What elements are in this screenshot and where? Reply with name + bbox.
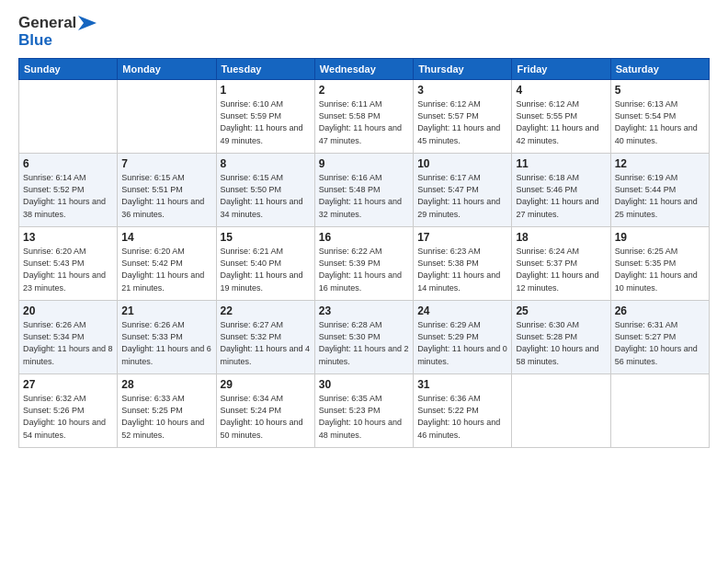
logo-text: General Blue [18, 15, 97, 49]
day-info: Sunrise: 6:21 AMSunset: 5:40 PMDaylight:… [221, 246, 311, 293]
day-number: 20 [23, 304, 113, 317]
day-number: 12 [615, 157, 705, 170]
calendar-cell: 26Sunrise: 6:31 AMSunset: 5:27 PMDayligh… [610, 301, 709, 374]
calendar-cell: 20Sunrise: 6:26 AMSunset: 5:34 PMDayligh… [19, 301, 118, 374]
day-number: 27 [23, 378, 113, 391]
day-number: 11 [516, 157, 606, 170]
day-number: 26 [615, 304, 705, 317]
day-info: Sunrise: 6:25 AMSunset: 5:35 PMDaylight:… [615, 246, 705, 293]
calendar-week-row: 13Sunrise: 6:20 AMSunset: 5:43 PMDayligh… [19, 227, 710, 301]
day-info: Sunrise: 6:22 AMSunset: 5:39 PMDaylight:… [319, 246, 409, 293]
day-info: Sunrise: 6:18 AMSunset: 5:46 PMDaylight:… [516, 172, 606, 220]
calendar-cell: 15Sunrise: 6:21 AMSunset: 5:40 PMDayligh… [216, 227, 314, 301]
calendar-cell: 11Sunrise: 6:18 AMSunset: 5:46 PMDayligh… [512, 154, 610, 227]
day-number: 8 [221, 157, 311, 170]
day-number: 2 [319, 84, 409, 97]
day-info: Sunrise: 6:26 AMSunset: 5:34 PMDaylight:… [23, 319, 113, 367]
day-number: 9 [319, 157, 409, 170]
day-info: Sunrise: 6:33 AMSunset: 5:25 PMDaylight:… [121, 393, 211, 441]
day-info: Sunrise: 6:34 AMSunset: 5:24 PMDaylight:… [221, 393, 311, 441]
calendar-cell: 19Sunrise: 6:25 AMSunset: 5:35 PMDayligh… [610, 227, 709, 301]
day-info: Sunrise: 6:31 AMSunset: 5:27 PMDaylight:… [615, 319, 705, 367]
day-info: Sunrise: 6:26 AMSunset: 5:33 PMDaylight:… [121, 319, 211, 367]
day-info: Sunrise: 6:35 AMSunset: 5:23 PMDaylight:… [319, 393, 409, 441]
svg-marker-0 [78, 16, 97, 30]
calendar-cell: 16Sunrise: 6:22 AMSunset: 5:39 PMDayligh… [314, 227, 413, 301]
day-info: Sunrise: 6:14 AMSunset: 5:52 PMDaylight:… [23, 172, 113, 220]
day-info: Sunrise: 6:11 AMSunset: 5:58 PMDaylight:… [319, 98, 409, 146]
calendar-cell: 18Sunrise: 6:24 AMSunset: 5:37 PMDayligh… [512, 227, 610, 301]
calendar-cell [118, 80, 216, 154]
calendar-cell: 27Sunrise: 6:32 AMSunset: 5:26 PMDayligh… [19, 374, 118, 448]
day-info: Sunrise: 6:36 AMSunset: 5:22 PMDaylight:… [417, 393, 507, 441]
day-number: 16 [319, 231, 409, 244]
day-number: 21 [121, 304, 211, 317]
day-info: Sunrise: 6:15 AMSunset: 5:51 PMDaylight:… [121, 172, 211, 220]
day-number: 4 [516, 84, 606, 97]
calendar-cell: 8Sunrise: 6:15 AMSunset: 5:50 PMDaylight… [216, 154, 314, 227]
day-info: Sunrise: 6:17 AMSunset: 5:47 PMDaylight:… [417, 172, 507, 220]
day-number: 25 [516, 304, 606, 317]
calendar-cell [19, 80, 118, 154]
weekday-saturday: Saturday [610, 59, 709, 80]
day-number: 1 [221, 84, 311, 97]
day-number: 14 [121, 231, 211, 244]
day-number: 29 [221, 378, 311, 391]
day-info: Sunrise: 6:27 AMSunset: 5:32 PMDaylight:… [221, 319, 311, 367]
calendar-week-row: 6Sunrise: 6:14 AMSunset: 5:52 PMDaylight… [19, 154, 710, 227]
calendar-cell: 23Sunrise: 6:28 AMSunset: 5:30 PMDayligh… [314, 301, 413, 374]
weekday-tuesday: Tuesday [216, 59, 314, 80]
day-number: 17 [417, 231, 507, 244]
day-info: Sunrise: 6:29 AMSunset: 5:29 PMDaylight:… [417, 319, 507, 367]
day-number: 23 [319, 304, 409, 317]
day-number: 10 [417, 157, 507, 170]
calendar-cell: 2Sunrise: 6:11 AMSunset: 5:58 PMDaylight… [314, 80, 413, 154]
day-number: 18 [516, 231, 606, 244]
day-info: Sunrise: 6:20 AMSunset: 5:42 PMDaylight:… [121, 246, 211, 293]
calendar-cell: 14Sunrise: 6:20 AMSunset: 5:42 PMDayligh… [118, 227, 216, 301]
calendar-cell: 30Sunrise: 6:35 AMSunset: 5:23 PMDayligh… [314, 374, 413, 448]
logo-arrow-icon [78, 16, 97, 30]
day-info: Sunrise: 6:12 AMSunset: 5:57 PMDaylight:… [417, 98, 507, 146]
calendar-cell: 12Sunrise: 6:19 AMSunset: 5:44 PMDayligh… [610, 154, 709, 227]
weekday-wednesday: Wednesday [314, 59, 413, 80]
day-info: Sunrise: 6:24 AMSunset: 5:37 PMDaylight:… [516, 246, 606, 293]
page: General Blue SundayMondayTuesdayWednesda… [0, 0, 728, 563]
day-info: Sunrise: 6:15 AMSunset: 5:50 PMDaylight:… [221, 172, 311, 220]
calendar-cell: 25Sunrise: 6:30 AMSunset: 5:28 PMDayligh… [512, 301, 610, 374]
day-number: 19 [615, 231, 705, 244]
logo: General Blue [18, 15, 97, 49]
weekday-thursday: Thursday [414, 59, 512, 80]
calendar-cell: 28Sunrise: 6:33 AMSunset: 5:25 PMDayligh… [118, 374, 216, 448]
calendar-table: SundayMondayTuesdayWednesdayThursdayFrid… [18, 58, 710, 448]
calendar-cell [610, 374, 709, 448]
calendar-cell: 5Sunrise: 6:13 AMSunset: 5:54 PMDaylight… [610, 80, 709, 154]
day-number: 15 [221, 231, 311, 244]
calendar-week-row: 27Sunrise: 6:32 AMSunset: 5:26 PMDayligh… [19, 374, 710, 448]
calendar-cell: 21Sunrise: 6:26 AMSunset: 5:33 PMDayligh… [118, 301, 216, 374]
day-number: 22 [221, 304, 311, 317]
day-info: Sunrise: 6:13 AMSunset: 5:54 PMDaylight:… [615, 98, 705, 146]
day-info: Sunrise: 6:30 AMSunset: 5:28 PMDaylight:… [516, 319, 606, 367]
calendar-cell: 3Sunrise: 6:12 AMSunset: 5:57 PMDaylight… [414, 80, 512, 154]
day-info: Sunrise: 6:10 AMSunset: 5:59 PMDaylight:… [221, 98, 311, 146]
calendar-cell: 10Sunrise: 6:17 AMSunset: 5:47 PMDayligh… [414, 154, 512, 227]
day-number: 6 [23, 157, 113, 170]
weekday-sunday: Sunday [19, 59, 118, 80]
day-number: 7 [121, 157, 211, 170]
day-info: Sunrise: 6:20 AMSunset: 5:43 PMDaylight:… [23, 246, 113, 293]
weekday-header-row: SundayMondayTuesdayWednesdayThursdayFrid… [19, 59, 710, 80]
day-info: Sunrise: 6:16 AMSunset: 5:48 PMDaylight:… [319, 172, 409, 220]
day-number: 13 [23, 231, 113, 244]
calendar-week-row: 20Sunrise: 6:26 AMSunset: 5:34 PMDayligh… [19, 301, 710, 374]
calendar-cell: 6Sunrise: 6:14 AMSunset: 5:52 PMDaylight… [19, 154, 118, 227]
day-info: Sunrise: 6:32 AMSunset: 5:26 PMDaylight:… [23, 393, 113, 441]
calendar-cell [512, 374, 610, 448]
calendar-cell: 7Sunrise: 6:15 AMSunset: 5:51 PMDaylight… [118, 154, 216, 227]
day-number: 28 [121, 378, 211, 391]
day-number: 30 [319, 378, 409, 391]
weekday-friday: Friday [512, 59, 610, 80]
day-number: 31 [417, 378, 507, 391]
day-number: 3 [417, 84, 507, 97]
calendar-cell: 13Sunrise: 6:20 AMSunset: 5:43 PMDayligh… [19, 227, 118, 301]
